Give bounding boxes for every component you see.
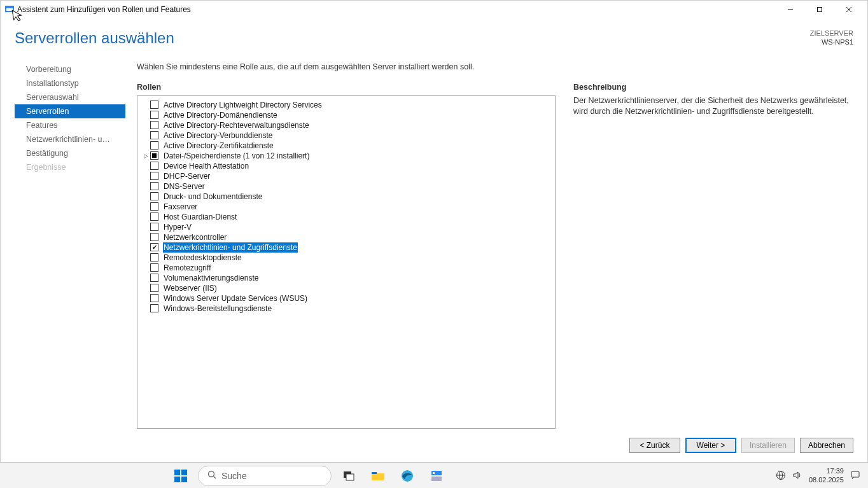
role-checkbox[interactable] xyxy=(150,233,158,241)
role-checkbox[interactable] xyxy=(150,131,158,139)
role-row[interactable]: DNS-Server xyxy=(143,181,550,192)
svg-rect-8 xyxy=(181,470,187,475)
cancel-button[interactable]: Abbrechen xyxy=(800,438,853,453)
wizard-step[interactable]: Bestätigung xyxy=(15,146,125,160)
role-checkbox[interactable] xyxy=(150,162,158,170)
app-icon xyxy=(4,4,15,15)
wizard-step[interactable]: Features xyxy=(15,118,125,132)
wizard-step[interactable]: Netzwerkrichtlinien- und... xyxy=(15,132,125,146)
role-checkbox[interactable] xyxy=(150,192,158,200)
role-checkbox[interactable] xyxy=(150,202,158,211)
role-checkbox[interactable] xyxy=(150,111,158,119)
taskbar-search[interactable]: Suche xyxy=(198,466,332,486)
svg-rect-9 xyxy=(174,477,180,482)
role-checkbox[interactable] xyxy=(150,141,158,150)
close-button[interactable] xyxy=(834,1,864,18)
role-checkbox[interactable] xyxy=(150,284,158,292)
minimize-button[interactable] xyxy=(776,1,805,18)
role-label: Faxserver xyxy=(163,202,198,212)
role-row[interactable]: Windows Server Update Services (WSUS) xyxy=(143,293,550,303)
header: Serverrollen auswählen ZIELSERVER WS-NPS… xyxy=(1,18,867,50)
role-row[interactable]: ▷Datei-/Speicherdienste (1 von 12 instal… xyxy=(143,151,550,161)
role-label: Active Directory-Zertifikatdienste xyxy=(163,141,274,151)
network-icon[interactable] xyxy=(776,470,786,482)
role-checkbox[interactable] xyxy=(150,304,158,312)
role-label: Volumenaktivierungsdienste xyxy=(163,273,259,283)
back-button[interactable]: < Zurück xyxy=(629,438,680,453)
role-row[interactable]: Druck- und Dokumentdienste xyxy=(143,192,550,202)
start-button[interactable] xyxy=(169,466,193,486)
target-name: WS-NPS1 xyxy=(810,38,853,46)
role-row[interactable]: Netzwerkcontroller xyxy=(143,232,550,242)
file-explorer-button[interactable] xyxy=(366,466,390,486)
role-label: Webserver (IIS) xyxy=(163,283,218,293)
svg-rect-2 xyxy=(6,7,13,8)
roles-listbox[interactable]: Active Directory Lightweight Directory S… xyxy=(137,95,556,429)
role-label: Active Directory-Rechteverwaltungsdienst… xyxy=(163,120,310,130)
wizard-step[interactable]: Vorbereitung xyxy=(15,62,125,76)
svg-rect-23 xyxy=(851,471,859,477)
role-label: Windows-Bereitstellungsdienste xyxy=(163,303,272,314)
role-row[interactable]: Remotedesktopdienste xyxy=(143,253,550,263)
role-checkbox[interactable] xyxy=(150,151,158,160)
clock-time: 17:39 xyxy=(809,467,844,475)
next-button[interactable]: Weiter > xyxy=(685,438,736,453)
role-row[interactable]: Active Directory-Zertifikatdienste xyxy=(143,141,550,151)
maximize-button[interactable] xyxy=(805,1,834,18)
role-row[interactable]: DHCP-Server xyxy=(143,171,550,181)
server-manager-button[interactable] xyxy=(424,466,449,486)
role-checkbox[interactable] xyxy=(150,121,158,129)
role-label: DHCP-Server xyxy=(163,171,211,181)
role-row[interactable]: Active Directory-Verbunddienste xyxy=(143,130,550,141)
taskbar-tray: 17:39 08.02.2025 xyxy=(776,467,860,484)
expand-toggle-icon[interactable]: ▷ xyxy=(143,152,149,160)
role-checkbox[interactable] xyxy=(150,243,158,251)
svg-rect-18 xyxy=(431,477,442,481)
role-row[interactable]: Windows-Bereitstellungsdienste xyxy=(143,303,550,314)
svg-point-11 xyxy=(208,471,214,477)
install-button[interactable]: Installieren xyxy=(741,438,795,453)
description-heading: Beschreibung xyxy=(573,83,853,92)
taskbar-clock[interactable]: 17:39 08.02.2025 xyxy=(809,467,844,484)
role-label: Datei-/Speicherdienste (1 von 12 install… xyxy=(163,151,310,161)
role-row[interactable]: Volumenaktivierungsdienste xyxy=(143,273,550,283)
role-row[interactable]: Active Directory-Domänendienste xyxy=(143,110,550,120)
window-title: Assistent zum Hinzufügen von Rollen und … xyxy=(17,5,191,14)
role-checkbox[interactable] xyxy=(150,253,158,261)
role-row[interactable]: Webserver (IIS) xyxy=(143,283,550,293)
svg-rect-15 xyxy=(372,472,377,474)
role-checkbox[interactable] xyxy=(150,263,158,272)
notifications-icon[interactable] xyxy=(850,470,860,482)
taskbar: Suche 17:39 08.02.2025 xyxy=(0,463,868,488)
instruction-text: Wählen Sie mindestens eine Rolle aus, di… xyxy=(137,62,853,71)
titlebar: Assistent zum Hinzufügen von Rollen und … xyxy=(1,1,867,18)
role-label: Hyper-V xyxy=(163,222,192,232)
role-checkbox[interactable] xyxy=(150,274,158,282)
edge-button[interactable] xyxy=(395,466,419,486)
role-checkbox[interactable] xyxy=(150,101,158,109)
role-row[interactable]: Faxserver xyxy=(143,202,550,212)
role-checkbox[interactable] xyxy=(150,182,158,190)
role-checkbox[interactable] xyxy=(150,294,158,302)
role-checkbox[interactable] xyxy=(150,172,158,180)
role-row[interactable]: Host Guardian-Dienst xyxy=(143,212,550,222)
role-label: Device Health Attestation xyxy=(163,161,249,171)
wizard-step[interactable]: Serverauswahl xyxy=(15,90,125,104)
roles-column: Rollen Active Directory Lightweight Dire… xyxy=(137,83,556,429)
svg-rect-10 xyxy=(181,477,187,482)
wizard-step[interactable]: Serverrollen xyxy=(15,104,125,118)
task-view-button[interactable] xyxy=(337,466,361,486)
svg-line-12 xyxy=(213,477,216,479)
role-checkbox[interactable] xyxy=(150,223,158,231)
role-row[interactable]: Device Health Attestation xyxy=(143,161,550,171)
role-row[interactable]: Active Directory Lightweight Directory S… xyxy=(143,100,550,110)
role-row[interactable]: Netzwerkrichtlinien- und Zugriffsdienste xyxy=(143,242,550,253)
role-row[interactable]: Active Directory-Rechteverwaltungsdienst… xyxy=(143,120,550,130)
role-row[interactable]: Remotezugriff xyxy=(143,263,550,273)
volume-icon[interactable] xyxy=(792,470,802,482)
wizard-steps-sidebar: VorbereitungInstallationstypServerauswah… xyxy=(15,62,125,429)
wizard-step[interactable]: Installationstyp xyxy=(15,76,125,90)
svg-rect-4 xyxy=(818,8,822,12)
role-row[interactable]: Hyper-V xyxy=(143,222,550,232)
role-checkbox[interactable] xyxy=(150,213,158,221)
